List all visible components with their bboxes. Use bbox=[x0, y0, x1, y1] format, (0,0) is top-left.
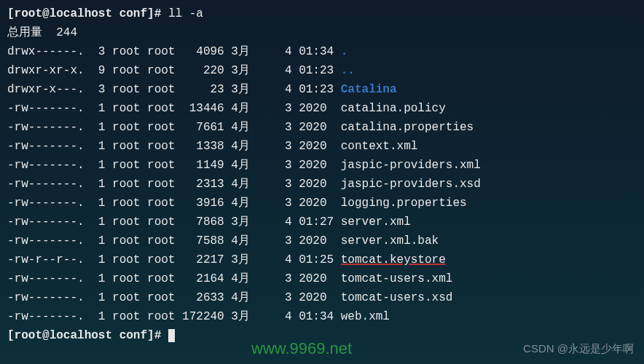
group: root bbox=[147, 83, 175, 96]
size: 13446 bbox=[182, 102, 224, 115]
time: 2020 bbox=[299, 121, 334, 134]
group: root bbox=[147, 64, 175, 77]
file-name: tomcat-users.xml bbox=[341, 272, 453, 285]
size: 3916 bbox=[182, 197, 224, 210]
time: 01:34 bbox=[299, 45, 334, 58]
owner: root bbox=[112, 159, 140, 172]
perm: -rw-------. bbox=[7, 197, 91, 210]
owner: root bbox=[112, 234, 140, 248]
dir-name: Catalina bbox=[341, 83, 397, 96]
owner: root bbox=[112, 272, 140, 285]
size: 2633 bbox=[182, 291, 224, 304]
file-name-highlighted: tomcat.keystore bbox=[341, 253, 446, 266]
terminal-output[interactable]: [root@localhost conf]# ll -a 总用量 244 drw… bbox=[7, 4, 637, 345]
time: 01:27 bbox=[299, 215, 334, 229]
perm: -rw-------. bbox=[7, 102, 91, 115]
file-row: drwx------. 3 root root 4096 3月 4 01:34 … bbox=[7, 42, 637, 61]
perm: -rw-r--r--. bbox=[7, 253, 91, 266]
links: 1 bbox=[98, 310, 106, 323]
prompt-symbol: # bbox=[154, 7, 162, 20]
total-value: 244 bbox=[56, 26, 77, 39]
size: 2217 bbox=[182, 253, 224, 266]
watermark-url: www.9969.net bbox=[251, 339, 352, 358]
size: 2164 bbox=[182, 272, 224, 285]
month: 4月 bbox=[231, 159, 256, 172]
day: 4 bbox=[264, 83, 291, 96]
links: 1 bbox=[98, 234, 106, 248]
time: 2020 bbox=[299, 140, 334, 153]
day: 4 bbox=[264, 64, 291, 77]
file-row: drwxr-x---. 3 root root 23 3月 4 01:23 Ca… bbox=[7, 80, 637, 99]
month: 4月 bbox=[231, 140, 256, 153]
prompt-line: [root@localhost conf]# ll -a bbox=[7, 4, 637, 23]
day: 3 bbox=[264, 197, 291, 210]
time: 2020 bbox=[299, 159, 334, 172]
file-name: catalina.properties bbox=[341, 121, 474, 134]
file-name: logging.properties bbox=[341, 197, 467, 210]
month: 4月 bbox=[231, 178, 256, 191]
size: 2313 bbox=[182, 178, 224, 191]
group: root bbox=[147, 121, 175, 134]
group: root bbox=[147, 291, 175, 304]
file-name: catalina.policy bbox=[341, 102, 446, 115]
group: root bbox=[147, 45, 175, 58]
file-row: -rw-------. 1 root root 3916 4月 3 2020 l… bbox=[7, 194, 637, 213]
perm: -rw-------. bbox=[7, 215, 91, 229]
command-text: ll -a bbox=[168, 7, 203, 20]
time: 2020 bbox=[299, 272, 334, 285]
day: 3 bbox=[264, 272, 291, 285]
links: 1 bbox=[98, 102, 106, 115]
size: 220 bbox=[182, 64, 224, 77]
file-name: context.xml bbox=[341, 140, 418, 153]
links: 1 bbox=[98, 215, 106, 229]
month: 4月 bbox=[231, 234, 256, 248]
day: 3 bbox=[264, 234, 291, 248]
month: 3月 bbox=[231, 83, 256, 96]
owner: root bbox=[112, 310, 140, 323]
owner: root bbox=[112, 178, 140, 191]
links: 1 bbox=[98, 272, 106, 285]
month: 4月 bbox=[231, 121, 256, 134]
time: 01:23 bbox=[299, 64, 334, 77]
size: 4096 bbox=[182, 45, 224, 58]
size: 23 bbox=[182, 83, 224, 96]
file-row: drwxr-xr-x. 9 root root 220 3月 4 01:23 .… bbox=[7, 61, 637, 80]
day: 3 bbox=[264, 102, 291, 115]
day: 4 bbox=[264, 253, 291, 266]
links: 1 bbox=[98, 121, 106, 134]
time: 2020 bbox=[299, 291, 334, 304]
total-line: 总用量 244 bbox=[7, 23, 637, 42]
links: 1 bbox=[98, 253, 106, 266]
owner: root bbox=[112, 64, 140, 77]
links: 9 bbox=[98, 64, 106, 77]
day: 4 bbox=[264, 45, 291, 58]
day: 4 bbox=[264, 310, 291, 323]
month: 3月 bbox=[231, 310, 256, 323]
perm: drwxr-xr-x. bbox=[7, 64, 91, 77]
links: 3 bbox=[98, 45, 106, 58]
month: 3月 bbox=[231, 64, 256, 77]
size: 1338 bbox=[182, 140, 224, 153]
day: 3 bbox=[264, 140, 291, 153]
perm: -rw-------. bbox=[7, 140, 91, 153]
file-row: -rw-------. 1 root root 2633 4月 3 2020 t… bbox=[7, 288, 637, 307]
perm: -rw-------. bbox=[7, 178, 91, 191]
links: 1 bbox=[98, 197, 106, 210]
file-row: -rw-------. 1 root root 1149 4月 3 2020 j… bbox=[7, 156, 637, 175]
file-name: tomcat-users.xsd bbox=[341, 291, 453, 304]
links: 1 bbox=[98, 159, 106, 172]
owner: root bbox=[112, 197, 140, 210]
month: 4月 bbox=[231, 102, 256, 115]
month: 3月 bbox=[231, 45, 256, 58]
dir-name: .. bbox=[341, 64, 355, 77]
size: 172240 bbox=[182, 310, 224, 323]
perm: -rw-------. bbox=[7, 121, 91, 134]
perm: -rw-------. bbox=[7, 310, 91, 323]
month: 4月 bbox=[231, 197, 256, 210]
owner: root bbox=[112, 121, 140, 134]
group: root bbox=[147, 253, 175, 266]
time: 2020 bbox=[299, 102, 334, 115]
file-row: -rw-------. 1 root root 2164 4月 3 2020 t… bbox=[7, 269, 637, 288]
day: 3 bbox=[264, 159, 291, 172]
links: 1 bbox=[98, 140, 106, 153]
